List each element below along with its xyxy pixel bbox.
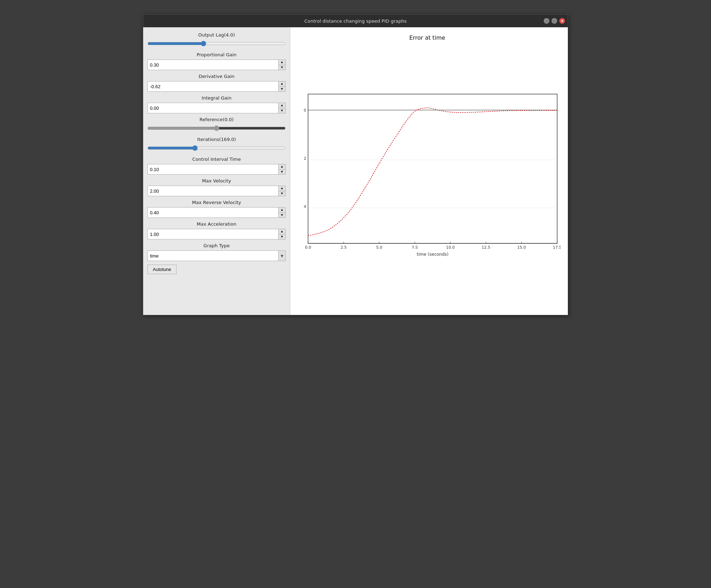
svg-rect-0 (308, 94, 557, 244)
max-reverse-velocity-label: Max Reverse Velocity (147, 200, 286, 205)
svg-text:time (seconds): time (seconds) (417, 252, 449, 257)
control-interval-up-button[interactable]: ▲ (279, 164, 285, 170)
proportional-gain-up-button[interactable]: ▲ (279, 60, 285, 65)
integral-gain-up-button[interactable]: ▲ (279, 103, 285, 108)
integral-gain-input[interactable] (148, 103, 278, 113)
reference-slider[interactable] (147, 125, 286, 131)
output-lag-slider[interactable] (147, 40, 286, 47)
max-velocity-down-button[interactable]: ▼ (279, 191, 285, 196)
reference-slider-container (147, 124, 286, 133)
sidebar: Output Lag(4.0) Proportional Gain ▲ ▼ De… (143, 27, 290, 315)
max-acceleration-spinbox-buttons: ▲ ▼ (278, 229, 285, 239)
output-lag-label: Output Lag(4.0) (147, 32, 286, 38)
proportional-gain-down-button[interactable]: ▼ (279, 65, 285, 70)
reference-label: Reference(0.0) (147, 117, 286, 122)
svg-text:12.5: 12.5 (482, 245, 491, 250)
max-velocity-spinbox: ▲ ▼ (147, 186, 286, 196)
derivative-gain-up-button[interactable]: ▲ (279, 81, 285, 87)
integral-gain-down-button[interactable]: ▼ (279, 108, 285, 113)
control-interval-input[interactable] (148, 164, 278, 174)
window-title: Control distance changing speed PID grap… (167, 18, 544, 24)
chart-inner: 0 2 4 0.0 2.5 (294, 44, 561, 308)
max-reverse-velocity-down-button[interactable]: ▼ (279, 213, 285, 218)
max-acceleration-down-button[interactable]: ▼ (279, 234, 285, 239)
max-reverse-velocity-spinbox-buttons: ▲ ▼ (278, 208, 285, 217)
svg-text:15.0: 15.0 (517, 245, 526, 250)
proportional-gain-spinbox-buttons: ▲ ▼ (278, 60, 285, 70)
minimize-button[interactable]: – (544, 18, 549, 24)
integral-gain-spinbox: ▲ ▼ (147, 103, 286, 113)
svg-text:17.5: 17.5 (553, 245, 561, 250)
max-acceleration-spinbox: ▲ ▼ (147, 229, 286, 239)
output-lag-slider-container (147, 40, 286, 49)
graph-type-dropdown-arrow-icon: ▼ (278, 251, 285, 261)
max-velocity-input[interactable] (148, 186, 278, 196)
graph-type-select-container: time position velocity ▼ (147, 250, 286, 261)
svg-text:10.0: 10.0 (446, 245, 455, 250)
maximize-button[interactable]: □ (552, 18, 557, 24)
max-velocity-spinbox-buttons: ▲ ▼ (278, 186, 285, 196)
derivative-gain-label: Derivative Gain (147, 74, 286, 79)
max-velocity-up-button[interactable]: ▲ (279, 186, 285, 191)
derivative-gain-input[interactable] (148, 81, 278, 91)
svg-text:2.5: 2.5 (341, 245, 347, 250)
titlebar: Control distance changing speed PID grap… (143, 15, 568, 27)
main-window: Control distance changing speed PID grap… (143, 14, 568, 315)
max-reverse-velocity-spinbox: ▲ ▼ (147, 207, 286, 218)
chart-title: Error at time (409, 34, 445, 41)
max-acceleration-label: Max Acceleration (147, 221, 286, 227)
proportional-gain-label: Proportional Gain (147, 52, 286, 57)
integral-gain-label: Integral Gain (147, 95, 286, 101)
svg-text:7.5: 7.5 (412, 245, 418, 250)
control-interval-label: Control Interval Time (147, 157, 286, 162)
iterations-slider-container (147, 144, 286, 153)
svg-text:0: 0 (304, 108, 306, 113)
derivative-gain-spinbox: ▲ ▼ (147, 81, 286, 92)
svg-text:4: 4 (304, 204, 306, 209)
graph-type-label: Graph Type (147, 243, 286, 248)
max-acceleration-up-button[interactable]: ▲ (279, 229, 285, 234)
max-reverse-velocity-input[interactable] (148, 208, 278, 217)
iterations-slider[interactable] (147, 145, 286, 151)
chart-wrapper: Error at time 0 2 4 (294, 34, 561, 308)
control-interval-spinbox: ▲ ▼ (147, 164, 286, 175)
close-button[interactable]: ✕ (559, 18, 565, 24)
autotune-button[interactable]: Autotune (147, 265, 177, 274)
chart-svg: 0 2 4 0.0 2.5 (294, 44, 561, 308)
integral-gain-spinbox-buttons: ▲ ▼ (278, 103, 285, 113)
control-interval-spinbox-buttons: ▲ ▼ (278, 164, 285, 174)
window-controls: – □ ✕ (544, 18, 565, 24)
chart-area: Error at time 0 2 4 (290, 27, 568, 315)
svg-text:5.0: 5.0 (376, 245, 382, 250)
derivative-gain-spinbox-buttons: ▲ ▼ (278, 81, 285, 91)
svg-text:2: 2 (304, 156, 306, 161)
svg-text:0.0: 0.0 (305, 245, 311, 250)
proportional-gain-spinbox: ▲ ▼ (147, 60, 286, 70)
main-content: Output Lag(4.0) Proportional Gain ▲ ▼ De… (143, 27, 568, 315)
max-velocity-label: Max Velocity (147, 178, 286, 183)
max-reverse-velocity-up-button[interactable]: ▲ (279, 208, 285, 213)
max-acceleration-input[interactable] (148, 229, 278, 239)
proportional-gain-input[interactable] (148, 60, 278, 70)
iterations-label: Iterations(169.0) (147, 137, 286, 142)
control-interval-down-button[interactable]: ▼ (279, 170, 285, 175)
graph-type-select[interactable]: time position velocity (148, 253, 278, 259)
derivative-gain-down-button[interactable]: ▼ (279, 87, 285, 92)
